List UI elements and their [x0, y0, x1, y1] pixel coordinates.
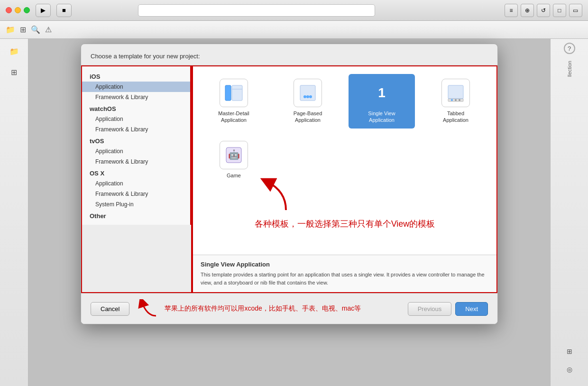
- category-item-osx-framework[interactable]: Framework & Library: [82, 189, 190, 199]
- footer-arrow-icon: [137, 299, 161, 318]
- window-icon[interactable]: □: [553, 4, 566, 17]
- category-other: Other: [82, 210, 190, 221]
- stop-button[interactable]: ■: [56, 4, 72, 17]
- grid-icon[interactable]: ⊞: [20, 25, 26, 34]
- template-page-based[interactable]: Page-BasedApplication: [275, 74, 341, 129]
- search-bar[interactable]: [138, 4, 375, 17]
- traffic-lights: [6, 7, 30, 13]
- dialog-body: iOS Application Framework & Library watc…: [81, 65, 497, 293]
- footer-buttons: Previous Next: [408, 302, 488, 316]
- categories-panel: iOS Application Framework & Library watc…: [81, 65, 192, 293]
- play-button[interactable]: ▶: [36, 4, 51, 17]
- annotation-text: 各种模板，一般选择第三种只有单个View的模板: [255, 218, 435, 230]
- svg-point-10: [455, 99, 457, 101]
- single-view-label: Single ViewApplication: [368, 110, 395, 124]
- sidebar-icon-1[interactable]: 📁: [6, 43, 23, 60]
- category-item-watchos-framework[interactable]: Framework & Library: [82, 124, 190, 135]
- category-item-tvos-framework[interactable]: Framework & Library: [82, 156, 190, 167]
- left-sidebar: 📁 ⊞: [0, 39, 28, 386]
- new-project-dialog: Choose a template for your new project: …: [81, 44, 498, 324]
- tabbed-label: TabbedApplication: [443, 110, 469, 124]
- category-item-ios-framework[interactable]: Framework & Library: [82, 92, 190, 102]
- right-sidebar: ? llection ⊞ ◎: [550, 39, 588, 386]
- search-icon[interactable]: 🔍: [31, 25, 40, 34]
- master-detail-label: Master-DetailApplication: [218, 110, 249, 124]
- template-tabbed[interactable]: TabbedApplication: [423, 74, 489, 129]
- minimize-button[interactable]: [15, 7, 21, 13]
- cancel-button[interactable]: Cancel: [91, 302, 129, 316]
- arrow-icon: [257, 177, 295, 217]
- page-based-icon: [294, 79, 322, 107]
- tabbed-icon: [441, 79, 470, 107]
- template-single-view[interactable]: 1 Single ViewApplication: [349, 74, 415, 129]
- category-tvos: tvOS: [82, 135, 190, 146]
- svg-point-11: [459, 99, 460, 101]
- maximize-button[interactable]: [24, 7, 30, 13]
- game-icon: 🤖: [220, 141, 248, 169]
- folder-icon[interactable]: 📁: [6, 25, 15, 34]
- refresh-icon[interactable]: ↺: [537, 4, 550, 17]
- hamburger-icon[interactable]: ≡: [505, 4, 518, 17]
- warning-icon[interactable]: ⚠: [45, 25, 52, 34]
- svg-point-9: [451, 99, 453, 101]
- dialog-footer: Cancel 苹果上的所有软件均可以用xcode，比如手机、手表、电视、mac等: [81, 293, 497, 324]
- inspector-icon[interactable]: ⊞: [562, 344, 577, 358]
- footer-annotation-text: 苹果上的所有软件均可以用xcode，比如手机、手表、电视、mac等: [165, 304, 361, 313]
- svg-rect-3: [300, 85, 315, 101]
- svg-rect-7: [448, 85, 463, 99]
- page-based-label: Page-BasedApplication: [294, 110, 322, 124]
- template-master-detail[interactable]: Master-DetailApplication: [201, 74, 267, 129]
- category-item-tvos-application[interactable]: Application: [82, 146, 190, 156]
- annotation-area: 各种模板，一般选择第三种只有单个View的模板: [201, 191, 489, 247]
- toolbar-right: ≡ ⊕ ↺ □ ▭: [505, 4, 582, 17]
- main-content: 📁 ⊞ Choose a template for your new proje…: [0, 39, 588, 386]
- secondary-toolbar: 📁 ⊞ 🔍 ⚠: [0, 21, 588, 39]
- template-game[interactable]: 🤖 Game: [201, 136, 267, 184]
- split-icon[interactable]: ▭: [569, 4, 582, 17]
- category-item-watchos-application[interactable]: Application: [82, 114, 190, 124]
- dialog-title: Choose a template for your new project:: [91, 53, 200, 60]
- game-label: Game: [227, 172, 241, 179]
- category-item-osx-application[interactable]: Application: [82, 178, 190, 189]
- svg-text:🤖: 🤖: [228, 149, 240, 160]
- dialog-header: Choose a template for your new project:: [81, 44, 497, 65]
- master-detail-icon: [220, 79, 248, 107]
- category-osx: OS X: [82, 167, 190, 178]
- center-area: Choose a template for your new project: …: [28, 39, 550, 386]
- svg-rect-1: [232, 85, 242, 101]
- template-info: Single View Application This template pr…: [193, 255, 496, 292]
- svg-point-4: [303, 95, 306, 98]
- svg-point-5: [306, 95, 309, 98]
- titlebar: ▶ ■ ≡ ⊕ ↺ □ ▭: [0, 0, 588, 21]
- next-button[interactable]: Next: [455, 302, 488, 316]
- footer-annotation-wrapper: 苹果上的所有软件均可以用xcode，比如手机、手表、电视、mac等: [137, 299, 361, 318]
- previous-button[interactable]: Previous: [408, 302, 452, 316]
- category-item-osx-plugin[interactable]: System Plug-in: [82, 199, 190, 210]
- template-categories: iOS Application Framework & Library watc…: [82, 66, 191, 225]
- media-icon[interactable]: ◎: [562, 362, 577, 377]
- selection-label: llection: [567, 61, 572, 77]
- template-grid-area: Master-DetailApplication: [193, 66, 496, 255]
- svg-point-6: [309, 95, 312, 98]
- template-info-desc: This template provides a starting point …: [201, 271, 489, 286]
- link-icon[interactable]: ⊕: [521, 4, 534, 17]
- category-item-ios-application[interactable]: Application: [82, 82, 190, 92]
- footer-left: Cancel 苹果上的所有软件均可以用xcode，比如手机、手表、电视、mac等: [91, 299, 361, 318]
- category-ios: iOS: [82, 70, 190, 82]
- right-bottom-icons: ⊞ ◎: [562, 344, 577, 377]
- template-info-title: Single View Application: [201, 261, 489, 268]
- help-icon[interactable]: ?: [564, 43, 575, 54]
- svg-rect-0: [225, 85, 231, 101]
- category-watchos: watchOS: [82, 102, 190, 114]
- template-panel: Master-DetailApplication: [192, 65, 497, 293]
- template-grid: Master-DetailApplication: [201, 74, 489, 191]
- sidebar-icon-2[interactable]: ⊞: [6, 64, 23, 81]
- single-view-icon: 1: [368, 79, 396, 107]
- close-button[interactable]: [6, 7, 12, 13]
